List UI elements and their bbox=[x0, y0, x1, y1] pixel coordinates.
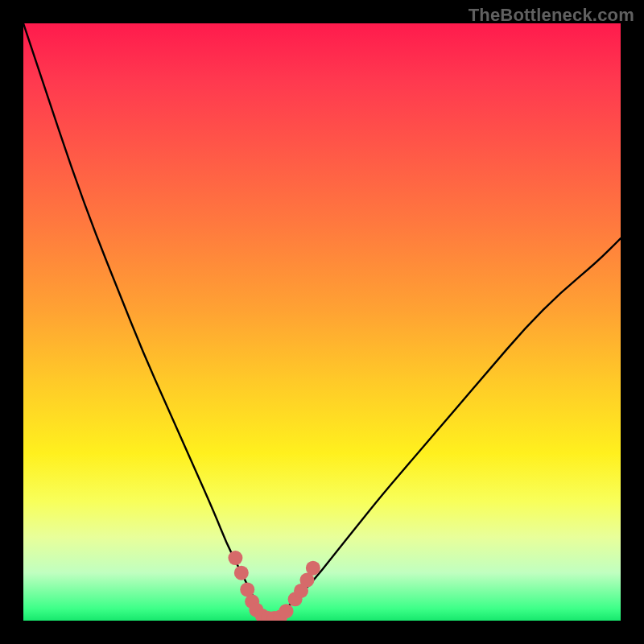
chart-overlay bbox=[23, 23, 621, 621]
gradient-plot-area bbox=[23, 23, 621, 621]
marker-dot bbox=[228, 551, 242, 565]
marker-group bbox=[228, 551, 320, 621]
marker-dot bbox=[306, 561, 320, 576]
stage: TheBottleneck.com bbox=[0, 0, 644, 644]
curve-right-path bbox=[268, 238, 621, 621]
marker-dot bbox=[279, 604, 293, 618]
marker-dot bbox=[234, 566, 249, 580]
curve-left-path bbox=[23, 23, 268, 621]
